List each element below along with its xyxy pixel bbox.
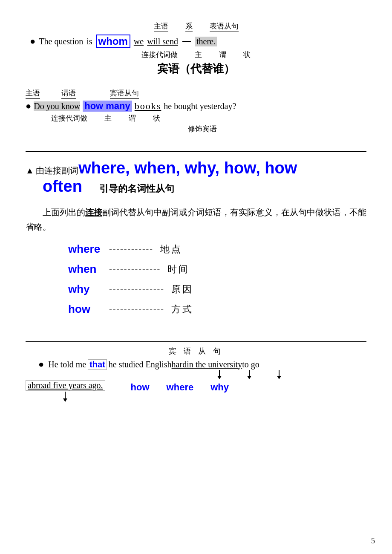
- to-go: to go: [242, 360, 259, 369]
- arrow-abroad: [63, 392, 67, 402]
- conn-when: when: [68, 263, 102, 276]
- in-the-university: in the university: [187, 360, 242, 369]
- bottom-how: how: [131, 382, 150, 393]
- dashes-when: --------------: [109, 264, 161, 274]
- sub-label-adv: 状: [243, 50, 251, 60]
- arrow-col-1: [217, 370, 222, 379]
- section-bottom-example: 宾 语 从 句 ● He told me that he studied Eng…: [26, 341, 366, 402]
- dashes-why: ---------------: [109, 284, 164, 294]
- word-list: where ------------ 地点 when -------------…: [68, 242, 366, 316]
- he-bought: he bought yesterday?: [164, 101, 236, 111]
- label-predicate2: 谓语: [61, 88, 76, 99]
- section-subject-predicate: 主语 系 表语从句 ● The question is whom we will…: [26, 21, 366, 76]
- desc-bold-connector: 连接: [85, 208, 102, 217]
- description-para: 上面列出的连接副词代替从句中副词或介词短语，有实际意义，在从句中做状语，不能省略…: [26, 205, 366, 234]
- how-where-why: how where why: [131, 380, 229, 393]
- bullet-1: ●: [30, 36, 35, 47]
- grammar-labels-row2: 主语 谓语 宾语从句: [26, 88, 366, 99]
- word-books: books: [135, 101, 161, 112]
- list-item-why: why --------------- 原因: [68, 283, 366, 296]
- there-word: there.: [195, 37, 217, 46]
- label-subject2: 主语: [26, 88, 40, 99]
- bottom-sentence-line1: ● He told me that he studied English har…: [38, 359, 366, 370]
- word-that: that: [88, 359, 107, 370]
- will-send: will send: [147, 37, 178, 46]
- bottom-line2: abroad five years ago. how where why: [26, 380, 366, 402]
- heading-words: where, when, why, how, how: [78, 159, 297, 177]
- list-item-when: when -------------- 时间: [68, 263, 366, 276]
- he-told-me: He told me: [48, 360, 86, 369]
- sub-label-predicate2: 谓: [129, 113, 136, 123]
- dashes-where: ------------: [109, 244, 153, 254]
- do-you-know: Do you know: [34, 101, 80, 111]
- bullet-2: ●: [26, 101, 31, 112]
- bottom-why: why: [210, 382, 229, 393]
- heading-prefix: 由连接副词: [36, 166, 78, 175]
- list-item-where: where ------------ 地点: [68, 242, 366, 256]
- heading-line1: ▲ 由连接副词where, when, why, how, how: [26, 159, 366, 177]
- sub-label-row3: 修饰宾语: [38, 124, 366, 134]
- arrows-from-sentence: [209, 370, 366, 379]
- sub-label-connector2: 连接代词做: [51, 113, 87, 123]
- label-object-clause: 宾语从句: [110, 88, 139, 99]
- dashes-how: ---------------: [109, 304, 164, 314]
- abroad-phrase: abroad five years ago.: [26, 380, 105, 391]
- bottom-label: 宾 语 从 句: [26, 346, 366, 356]
- label-subject: 主语: [154, 21, 168, 32]
- heading-line2: often引导的名词性从句: [26, 177, 366, 196]
- section-adverbial-connectors: ▲ 由连接副词where, when, why, how, how often引…: [26, 151, 366, 316]
- sub-label-predicate: 谓: [219, 50, 226, 60]
- sentence-row-2: ● Do you know how many books he bought y…: [26, 101, 366, 112]
- sentence-row-1: ● The question is whom we will send ther…: [30, 35, 366, 48]
- grammar-labels-row1: 主语 系 表语从句: [26, 21, 366, 32]
- meaning-how: 方式: [171, 303, 193, 316]
- the-question: The question: [39, 37, 83, 46]
- we-word: we: [134, 37, 144, 46]
- label-copula: 系: [185, 21, 193, 32]
- sub-labels-row2: 连接代词做 主 谓 状: [51, 113, 366, 123]
- word-whom: whom: [96, 35, 130, 48]
- sub-labels-row1: 连接代词做 主 谓 状: [26, 50, 366, 60]
- is-word: is: [86, 37, 92, 46]
- conn-why: why: [68, 283, 102, 296]
- bottom-where: where: [167, 382, 194, 393]
- sub-label-connector: 连接代词做: [141, 50, 178, 60]
- list-item-how: how --------------- 方式: [68, 303, 366, 316]
- abroad-section: abroad five years ago.: [26, 380, 105, 402]
- bold-chinese-1: 宾语（代替谁）: [26, 61, 366, 76]
- heading-suffix: 引导的名词性从句: [99, 183, 174, 194]
- bullet-3: ●: [38, 359, 44, 370]
- arrow-col-2: [247, 370, 251, 379]
- hard-word: hard: [172, 360, 187, 369]
- blank: [182, 41, 191, 42]
- meaning-when: 时间: [167, 263, 190, 276]
- meaning-where: 地点: [160, 243, 182, 256]
- conn-where: where: [68, 242, 102, 256]
- conn-how: how: [68, 303, 102, 316]
- meaning-why: 原因: [171, 283, 193, 296]
- sub-label-subject2: 主: [104, 113, 112, 123]
- heading-often: often: [43, 177, 82, 195]
- page-number: 5: [371, 537, 375, 545]
- section-object-clause: 主语 谓语 宾语从句 ● Do you know how many books …: [26, 88, 366, 134]
- label-predicative-clause: 表语从句: [210, 21, 239, 32]
- sub-label-adv2: 状: [153, 113, 160, 123]
- heading-triangle: ▲: [26, 166, 34, 175]
- he-studied: he studied English: [109, 360, 172, 369]
- arrow-col-3: [277, 370, 281, 379]
- word-howmany: how many: [83, 101, 132, 112]
- sub-label-subject: 主: [195, 50, 202, 60]
